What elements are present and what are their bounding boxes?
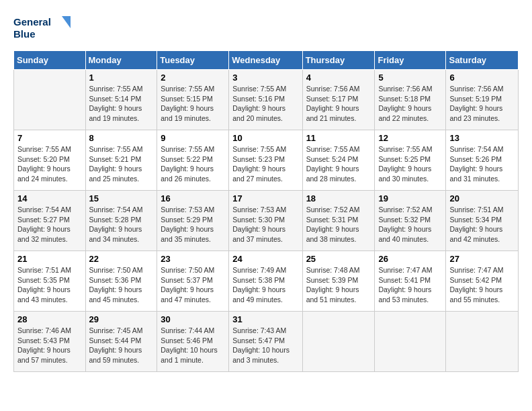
day-number: 8 [89, 133, 154, 143]
day-info: Sunrise: 7:55 AM Sunset: 5:25 PM Dayligh… [378, 144, 442, 184]
day-number: 16 [161, 193, 225, 203]
day-number: 20 [449, 193, 515, 203]
calendar-cell: 16Sunrise: 7:53 AM Sunset: 5:29 PM Dayli… [157, 191, 229, 251]
logo: General Blue [13, 13, 74, 44]
calendar-cell: 19Sunrise: 7:52 AM Sunset: 5:32 PM Dayli… [375, 191, 446, 251]
calendar-cell: 13Sunrise: 7:54 AM Sunset: 5:26 PM Dayli… [446, 130, 519, 191]
day-number: 1 [89, 73, 154, 83]
calendar-cell: 27Sunrise: 7:47 AM Sunset: 5:42 PM Dayli… [446, 251, 519, 312]
day-info: Sunrise: 7:56 AM Sunset: 5:19 PM Dayligh… [449, 84, 515, 124]
calendar-cell: 31Sunrise: 7:43 AM Sunset: 5:47 PM Dayli… [229, 312, 302, 372]
calendar-cell: 15Sunrise: 7:54 AM Sunset: 5:28 PM Dayli… [85, 191, 157, 251]
calendar-cell [302, 312, 375, 372]
day-number: 12 [378, 133, 442, 143]
calendar-cell: 28Sunrise: 7:46 AM Sunset: 5:43 PM Dayli… [14, 312, 86, 372]
day-info: Sunrise: 7:54 AM Sunset: 5:28 PM Dayligh… [89, 205, 154, 244]
day-number: 14 [17, 193, 82, 203]
calendar-cell: 20Sunrise: 7:51 AM Sunset: 5:34 PM Dayli… [446, 191, 519, 251]
day-info: Sunrise: 7:46 AM Sunset: 5:43 PM Dayligh… [17, 326, 82, 365]
day-info: Sunrise: 7:53 AM Sunset: 5:30 PM Dayligh… [232, 205, 298, 244]
logo-svg: General Blue [13, 13, 74, 44]
calendar-cell: 9Sunrise: 7:55 AM Sunset: 5:22 PM Daylig… [157, 130, 229, 191]
day-number: 23 [161, 254, 225, 264]
calendar-cell: 7Sunrise: 7:55 AM Sunset: 5:20 PM Daylig… [14, 130, 86, 191]
calendar-cell: 8Sunrise: 7:55 AM Sunset: 5:21 PM Daylig… [85, 130, 157, 191]
day-info: Sunrise: 7:49 AM Sunset: 5:38 PM Dayligh… [232, 265, 298, 305]
day-number: 2 [161, 73, 225, 83]
calendar-cell: 11Sunrise: 7:55 AM Sunset: 5:24 PM Dayli… [302, 130, 375, 191]
calendar-header-row: SundayMondayTuesdayWednesdayThursdayFrid… [14, 51, 519, 70]
calendar-cell [14, 70, 86, 130]
day-info: Sunrise: 7:51 AM Sunset: 5:34 PM Dayligh… [449, 205, 515, 244]
day-number: 19 [378, 193, 442, 203]
day-number: 22 [89, 254, 154, 264]
day-number: 10 [232, 133, 298, 143]
day-info: Sunrise: 7:52 AM Sunset: 5:31 PM Dayligh… [306, 205, 371, 244]
day-info: Sunrise: 7:50 AM Sunset: 5:37 PM Dayligh… [161, 265, 225, 305]
day-number: 4 [306, 73, 371, 83]
calendar-week-row: 14Sunrise: 7:54 AM Sunset: 5:27 PM Dayli… [14, 191, 519, 251]
weekday-header-wednesday: Wednesday [229, 51, 302, 70]
weekday-header-saturday: Saturday [446, 51, 519, 70]
svg-text:General: General [13, 16, 51, 28]
calendar-cell: 6Sunrise: 7:56 AM Sunset: 5:19 PM Daylig… [446, 70, 519, 130]
day-number: 18 [306, 193, 371, 203]
day-info: Sunrise: 7:54 AM Sunset: 5:27 PM Dayligh… [17, 205, 82, 244]
calendar-cell: 3Sunrise: 7:55 AM Sunset: 5:16 PM Daylig… [229, 70, 302, 130]
calendar-cell: 1Sunrise: 7:55 AM Sunset: 5:14 PM Daylig… [85, 70, 157, 130]
day-info: Sunrise: 7:44 AM Sunset: 5:46 PM Dayligh… [161, 326, 225, 365]
weekday-header-tuesday: Tuesday [157, 51, 229, 70]
svg-text:Blue: Blue [13, 28, 36, 40]
day-info: Sunrise: 7:55 AM Sunset: 5:20 PM Dayligh… [17, 144, 82, 184]
calendar-cell: 2Sunrise: 7:55 AM Sunset: 5:15 PM Daylig… [157, 70, 229, 130]
calendar-cell: 24Sunrise: 7:49 AM Sunset: 5:38 PM Dayli… [229, 251, 302, 312]
calendar-week-row: 28Sunrise: 7:46 AM Sunset: 5:43 PM Dayli… [14, 312, 519, 372]
day-info: Sunrise: 7:56 AM Sunset: 5:17 PM Dayligh… [306, 84, 371, 124]
day-info: Sunrise: 7:56 AM Sunset: 5:18 PM Dayligh… [378, 84, 442, 124]
weekday-header-sunday: Sunday [14, 51, 86, 70]
calendar-cell: 26Sunrise: 7:47 AM Sunset: 5:41 PM Dayli… [375, 251, 446, 312]
calendar-cell: 4Sunrise: 7:56 AM Sunset: 5:17 PM Daylig… [302, 70, 375, 130]
day-number: 27 [449, 254, 515, 264]
day-info: Sunrise: 7:55 AM Sunset: 5:15 PM Dayligh… [161, 84, 225, 124]
day-number: 7 [17, 133, 82, 143]
calendar-cell: 22Sunrise: 7:50 AM Sunset: 5:36 PM Dayli… [85, 251, 157, 312]
day-number: 6 [449, 73, 515, 83]
day-info: Sunrise: 7:55 AM Sunset: 5:21 PM Dayligh… [89, 144, 154, 184]
day-info: Sunrise: 7:50 AM Sunset: 5:36 PM Dayligh… [89, 265, 154, 305]
weekday-header-thursday: Thursday [302, 51, 375, 70]
day-number: 31 [232, 314, 298, 324]
day-number: 21 [17, 254, 82, 264]
weekday-header-monday: Monday [85, 51, 157, 70]
calendar-cell: 5Sunrise: 7:56 AM Sunset: 5:18 PM Daylig… [375, 70, 446, 130]
day-number: 26 [378, 254, 442, 264]
day-number: 15 [89, 193, 154, 203]
day-info: Sunrise: 7:48 AM Sunset: 5:39 PM Dayligh… [306, 265, 371, 305]
day-number: 5 [378, 73, 442, 83]
calendar-cell: 23Sunrise: 7:50 AM Sunset: 5:37 PM Dayli… [157, 251, 229, 312]
day-info: Sunrise: 7:55 AM Sunset: 5:24 PM Dayligh… [306, 144, 371, 184]
calendar-cell: 25Sunrise: 7:48 AM Sunset: 5:39 PM Dayli… [302, 251, 375, 312]
day-info: Sunrise: 7:47 AM Sunset: 5:41 PM Dayligh… [378, 265, 442, 305]
calendar-cell: 10Sunrise: 7:55 AM Sunset: 5:23 PM Dayli… [229, 130, 302, 191]
day-info: Sunrise: 7:52 AM Sunset: 5:32 PM Dayligh… [378, 205, 442, 244]
day-info: Sunrise: 7:51 AM Sunset: 5:35 PM Dayligh… [17, 265, 82, 305]
calendar-cell: 30Sunrise: 7:44 AM Sunset: 5:46 PM Dayli… [157, 312, 229, 372]
weekday-header-friday: Friday [375, 51, 446, 70]
day-number: 28 [17, 314, 82, 324]
day-info: Sunrise: 7:55 AM Sunset: 5:14 PM Dayligh… [89, 84, 154, 124]
calendar-cell: 18Sunrise: 7:52 AM Sunset: 5:31 PM Dayli… [302, 191, 375, 251]
page-header: General Blue [13, 13, 519, 44]
day-info: Sunrise: 7:43 AM Sunset: 5:47 PM Dayligh… [232, 326, 298, 365]
day-info: Sunrise: 7:55 AM Sunset: 5:23 PM Dayligh… [232, 144, 298, 184]
calendar-cell: 29Sunrise: 7:45 AM Sunset: 5:44 PM Dayli… [85, 312, 157, 372]
day-number: 25 [306, 254, 371, 264]
day-number: 24 [232, 254, 298, 264]
calendar-cell: 14Sunrise: 7:54 AM Sunset: 5:27 PM Dayli… [14, 191, 86, 251]
calendar-cell [375, 312, 446, 372]
calendar-cell: 21Sunrise: 7:51 AM Sunset: 5:35 PM Dayli… [14, 251, 86, 312]
day-number: 3 [232, 73, 298, 83]
calendar-week-row: 21Sunrise: 7:51 AM Sunset: 5:35 PM Dayli… [14, 251, 519, 312]
day-number: 29 [89, 314, 154, 324]
day-info: Sunrise: 7:53 AM Sunset: 5:29 PM Dayligh… [161, 205, 225, 244]
